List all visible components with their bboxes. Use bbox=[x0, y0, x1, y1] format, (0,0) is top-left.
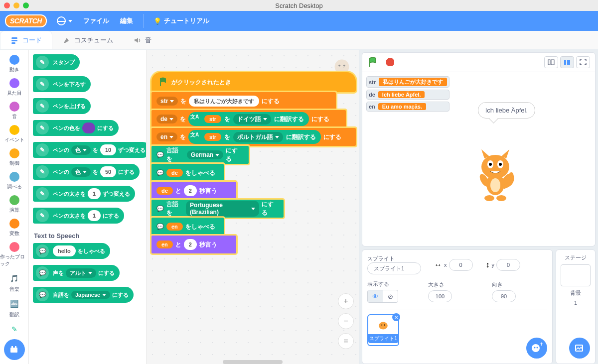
add-sprite-button[interactable]: + bbox=[526, 338, 547, 359]
category-events[interactable]: イベント bbox=[0, 123, 28, 145]
category-variables[interactable]: 変数 bbox=[0, 217, 28, 239]
minimize-window-button[interactable] bbox=[13, 2, 19, 8]
category-looks[interactable]: 見た目 bbox=[0, 76, 28, 99]
block-pen-set-color[interactable]: ペンの色をにする bbox=[33, 120, 119, 136]
svg-rect-12 bbox=[564, 60, 566, 65]
zoom-out-button[interactable]: − bbox=[338, 313, 354, 329]
sprite-y-input[interactable] bbox=[496, 259, 520, 271]
category-sound[interactable]: 音 bbox=[0, 100, 28, 122]
block-tts-lang[interactable]: 💬言語をJapaneseにする bbox=[33, 287, 134, 303]
green-flag-button[interactable] bbox=[367, 56, 379, 68]
sound-icon bbox=[133, 36, 142, 45]
workspace-scrollbar[interactable] bbox=[223, 360, 283, 364]
svg-point-23 bbox=[484, 195, 494, 201]
costume-icon bbox=[62, 36, 71, 45]
flag-icon bbox=[158, 77, 168, 87]
stage-thumbnail[interactable] bbox=[561, 264, 591, 286]
speech-icon: 💬 bbox=[156, 223, 164, 230]
caret-down-icon bbox=[68, 20, 72, 22]
category-sensing[interactable]: 調べる bbox=[0, 170, 28, 192]
color-swatch[interactable] bbox=[82, 122, 95, 133]
block-pen-stamp[interactable]: スタンプ bbox=[33, 54, 80, 70]
zoom-reset-button[interactable]: = bbox=[338, 333, 354, 349]
file-menu[interactable]: ファイル bbox=[82, 14, 110, 27]
extension-icon bbox=[9, 344, 20, 355]
sprite-on-stage[interactable] bbox=[470, 144, 520, 204]
sprite-name-input[interactable] bbox=[367, 262, 421, 274]
category-operators[interactable]: 演算 bbox=[0, 193, 28, 216]
sprite-label: スプライト bbox=[367, 255, 421, 262]
category-music[interactable]: 🎵音楽 bbox=[0, 270, 28, 295]
svg-point-16 bbox=[489, 163, 492, 166]
backdrops-count: 1 bbox=[574, 300, 577, 306]
stage-fullscreen-button[interactable] bbox=[576, 56, 590, 68]
add-backdrop-button[interactable] bbox=[569, 338, 590, 359]
sprite-direction-input[interactable] bbox=[492, 290, 516, 302]
block-pen-set-attr[interactable]: ペンの色を50にする bbox=[33, 164, 140, 180]
window-title: Scratch Desktop bbox=[275, 2, 322, 9]
pen-icon bbox=[36, 187, 49, 200]
svg-text:+: + bbox=[540, 342, 543, 348]
category-myblocks[interactable]: 作ったブロック bbox=[0, 240, 28, 269]
zoom-in-button[interactable]: + bbox=[338, 293, 354, 309]
sprite-size-input[interactable] bbox=[428, 290, 452, 302]
sprite-thumbnail[interactable]: ✕ スプライト1 bbox=[367, 314, 399, 346]
sprite-x-input[interactable] bbox=[449, 259, 473, 271]
costumes-tab[interactable]: コスチューム bbox=[52, 31, 123, 49]
globe-icon bbox=[57, 16, 66, 25]
block-pen-up[interactable]: ペンを上げる bbox=[33, 98, 91, 114]
speech-bubble: Ich liebe Äpfel. bbox=[478, 102, 535, 119]
category-translate[interactable]: 🔤翻訳 bbox=[0, 296, 28, 320]
svg-rect-4 bbox=[11, 346, 13, 348]
delete-sprite-button[interactable]: ✕ bbox=[392, 313, 400, 321]
category-motion[interactable]: 動き bbox=[0, 53, 28, 75]
sounds-tab[interactable]: 音 bbox=[123, 31, 161, 49]
block-tts-voice[interactable]: 💬声をアルトにする bbox=[33, 265, 120, 281]
svg-rect-13 bbox=[567, 60, 570, 65]
hide-sprite-button[interactable]: ⊘ bbox=[383, 290, 398, 302]
scratch-logo[interactable]: SCRATCH bbox=[5, 14, 47, 27]
svg-point-24 bbox=[496, 195, 506, 201]
language-menu[interactable] bbox=[56, 14, 73, 27]
svg-point-28 bbox=[532, 344, 540, 352]
category-control[interactable]: 制御 bbox=[0, 146, 28, 169]
stage-small-button[interactable] bbox=[544, 56, 558, 68]
script-stack[interactable]: がクリックされたとき strを私はりんごが大好きですにする deを文Astrをド… bbox=[151, 72, 356, 253]
block-pen-change-attr[interactable]: ペンの色を10ずつ変える bbox=[33, 142, 147, 158]
monitor-str[interactable]: str私はりんごが大好きです bbox=[366, 76, 449, 88]
close-window-button[interactable] bbox=[4, 2, 10, 8]
block-tts-speak[interactable]: 💬helloをしゃべる bbox=[33, 243, 110, 259]
stage-large-button[interactable] bbox=[560, 56, 574, 68]
add-extension-button[interactable] bbox=[4, 339, 25, 360]
monitor-de[interactable]: deIch liebe Äpfel. bbox=[366, 90, 449, 100]
svg-rect-1 bbox=[11, 40, 17, 41]
svg-rect-10 bbox=[548, 60, 550, 65]
monitor-en[interactable]: enEu amo maçãs. bbox=[366, 102, 449, 112]
pen-icon bbox=[36, 100, 49, 113]
block-pen-down[interactable]: ペンを下ろす bbox=[33, 76, 91, 92]
svg-point-20 bbox=[490, 178, 500, 192]
speech-icon: 💬 bbox=[156, 205, 164, 212]
pen-icon bbox=[36, 78, 49, 91]
workspace[interactable]: がクリックされたとき strを私はりんごが大好きですにする deを文Astrをド… bbox=[147, 50, 359, 364]
speech-icon: 💬 bbox=[156, 169, 164, 176]
stop-button[interactable] bbox=[384, 56, 396, 68]
block-pen-change-size[interactable]: ペンの太さを1ずつ変える bbox=[33, 186, 135, 202]
code-tab[interactable]: コード bbox=[0, 31, 52, 49]
speech-icon: 💬 bbox=[156, 151, 164, 158]
svg-point-30 bbox=[537, 347, 538, 349]
maximize-window-button[interactable] bbox=[23, 2, 29, 8]
pen-icon bbox=[36, 56, 49, 69]
tutorials-button[interactable]: 💡チュートリアル bbox=[152, 14, 210, 27]
svg-marker-9 bbox=[386, 58, 394, 66]
stage[interactable]: str私はりんごが大好きです deIch liebe Äpfel. enEu a… bbox=[362, 72, 596, 246]
svg-rect-11 bbox=[551, 60, 554, 65]
category-pen[interactable]: ✎ bbox=[0, 321, 28, 337]
svg-rect-2 bbox=[11, 42, 15, 44]
cat-thumbnail-icon bbox=[375, 317, 392, 334]
block-pen-set-size[interactable]: ペンの太さを1にする bbox=[33, 208, 124, 224]
svg-rect-0 bbox=[11, 37, 17, 39]
edit-menu[interactable]: 編集 bbox=[119, 14, 134, 27]
show-sprite-button[interactable]: 👁 bbox=[368, 290, 383, 302]
svg-point-27 bbox=[384, 325, 385, 326]
